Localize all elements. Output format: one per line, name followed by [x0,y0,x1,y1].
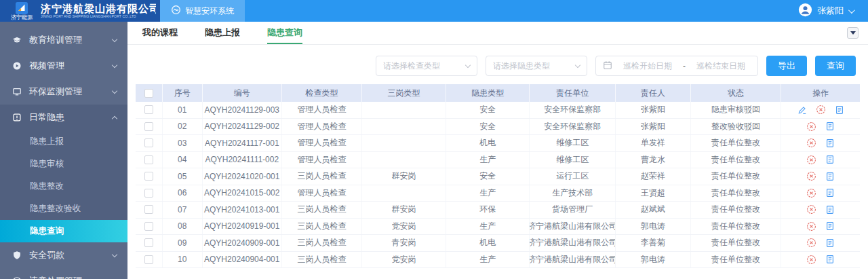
cell-check_type: 三岗人员检查 [282,219,363,235]
row-checkbox[interactable] [144,172,153,181]
edit-button[interactable] [797,105,807,115]
row-checkbox[interactable] [144,222,153,231]
sidebar-item-daily-hazard[interactable]: 日常隐患 [0,105,127,130]
detail-button[interactable] [825,238,835,248]
avatar [798,3,812,20]
reject-button[interactable] [806,255,816,265]
cell-hazard_type: 环保 [446,202,530,218]
detail-button[interactable] [825,122,835,131]
cell-post_type: 党安岗 [362,219,446,235]
cell-check_type: 三岗人员检查 [282,202,363,218]
reject-button[interactable] [816,105,826,115]
port-logo-icon [16,2,28,14]
detail-button[interactable] [825,255,835,264]
hazard-type-select[interactable]: 请选择隐患类型 [486,56,587,76]
cell-actions [781,119,860,135]
sidebar-item-hazard-report[interactable]: 隐患上报 [0,130,127,153]
reject-button[interactable] [806,122,816,132]
cell-status: 责任单位整改 [691,185,782,202]
detail-button[interactable] [825,155,835,164]
user-name: 张紫阳 [817,5,844,17]
check-type-select[interactable]: 请选择检查类型 [376,56,477,76]
query-button[interactable]: 查询 [815,56,856,76]
cell-status: 整改验收驳回 [691,119,782,135]
sidebar-item-violation-penalty[interactable]: 违章处罚管理 [0,268,127,279]
detail-button[interactable] [825,138,835,148]
detail-button[interactable] [825,172,835,181]
row-checkbox[interactable] [144,122,153,131]
tab-hazard-report[interactable]: 隐患上报 [205,22,240,45]
cell-check_type: 管理人员检查 [282,185,363,202]
row-checkbox[interactable] [144,255,153,264]
row-checkbox-cell [136,235,163,251]
user-menu[interactable]: 张紫阳 [798,0,868,22]
shield-icon [12,250,22,261]
collapse-tabs-button[interactable] [847,27,859,39]
cell-code: AQYH20241111-002 [203,152,282,168]
reject-button[interactable] [806,138,816,148]
cell-check_type: 管理人员检查 [282,102,363,118]
cell-check_type: 三岗人员检查 [282,252,363,268]
cell-post_type: 群安岗 [362,168,446,185]
system-badge-label: 智慧安环系统 [185,5,234,17]
row-checkbox-cell [136,219,163,235]
cell-no: 08 [163,219,203,235]
reject-button[interactable] [806,171,816,181]
row-checkbox[interactable] [144,189,153,198]
row-checkbox[interactable] [144,138,153,147]
reject-button[interactable] [806,204,816,215]
cell-unit: 维修工区 [530,152,616,168]
cell-post_type: 群安岗 [362,202,446,218]
table-header-1: 序号 [163,84,203,102]
chevron-down-icon [112,88,117,93]
reject-button[interactable] [806,188,816,198]
cell-status: 责任单位整改 [691,202,782,218]
table-header-row: 序号编号检查类型三岗类型隐患类型责任单位责任人状态操作 [136,84,860,102]
sidebar-item-label: 日常隐患 [29,111,113,124]
sidebar-submenu-daily-hazard: 隐患上报隐患审核隐患整改隐患整改验收隐患查询 [0,130,127,242]
sidebar-item-hazard-rectify[interactable]: 隐患整改 [0,175,127,198]
date-separator: - [683,61,686,71]
sidebar-item-video-management[interactable]: 视频管理 [0,53,127,79]
sidebar-section-daily-hazard: 日常隐患隐患上报隐患审核隐患整改隐患整改验收隐患查询 [0,105,127,242]
table-header-2: 编号 [203,84,282,102]
row-checkbox-cell [136,152,163,168]
detail-button[interactable] [835,105,844,115]
row-checkbox[interactable] [144,238,153,247]
table-header-6: 责任单位 [530,84,616,102]
table-row: 05AQYH20241020-001三岗人员检查群安岗安全运行工区赵荣祥责任单位… [136,168,860,185]
detail-button[interactable] [825,221,835,231]
cell-no: 05 [163,168,203,185]
cell-unit: 济宁港航梁山港有限公司 [530,219,616,235]
select-all-checkbox[interactable] [144,89,153,98]
cell-person: 曹龙水 [616,152,691,168]
detail-button[interactable] [825,205,835,215]
cell-no: 06 [163,185,203,202]
date-range-picker[interactable]: 巡检开始日期 - 巡检结束日期 [595,56,758,76]
reject-button[interactable] [806,221,816,231]
sidebar-item-safety-fine[interactable]: 安全罚款 [0,242,127,268]
video-play-icon [12,61,22,71]
cell-post_type [362,152,446,168]
reject-button[interactable] [806,155,816,165]
cell-check_type: 管理人员检查 [282,152,363,168]
system-badge[interactable]: 智慧安环系统 [160,0,245,22]
sidebar-item-env-monitoring[interactable]: 环保监测管理 [0,79,127,105]
start-date-placeholder: 巡检开始日期 [618,60,677,72]
row-checkbox[interactable] [144,105,153,114]
tab-hazard-query[interactable]: 隐患查询 [267,22,302,45]
sidebar-item-hazard-query[interactable]: 隐患查询 [0,220,127,242]
sidebar-item-label: 安全罚款 [29,249,113,261]
sidebar-item-education-training[interactable]: 教育培训管理 [0,27,127,53]
row-checkbox[interactable] [144,205,153,214]
reject-button[interactable] [806,238,816,248]
sidebar-item-hazard-review[interactable]: 隐患审核 [0,153,127,175]
cell-code: AQYH20241015-002 [203,185,282,202]
sidebar-item-hazard-rectify-accept[interactable]: 隐患整改验收 [0,198,127,220]
row-checkbox[interactable] [144,155,153,164]
tab-my-courses[interactable]: 我的课程 [142,22,178,45]
row-checkbox-cell [136,119,163,135]
detail-button[interactable] [825,188,835,198]
export-button[interactable]: 导出 [766,56,807,76]
cell-hazard_type: 生产 [446,152,530,168]
